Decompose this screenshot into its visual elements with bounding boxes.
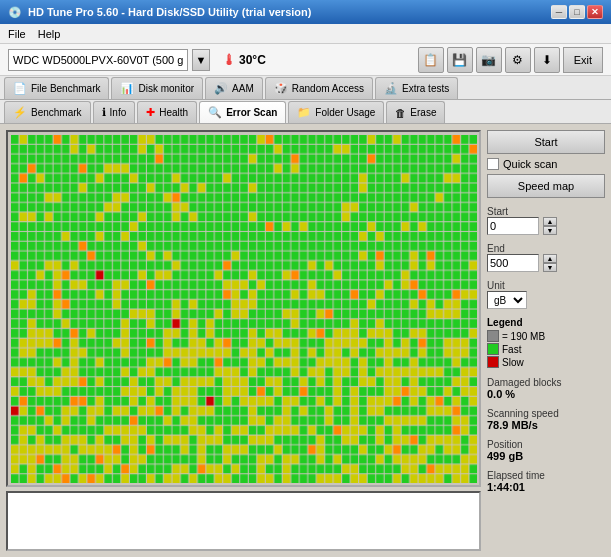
main-content: Start Quick scan Speed map Start 0 ▲ ▼ E…	[0, 124, 611, 557]
temperature-value: 30°C	[239, 53, 266, 67]
legend-block: = 190 MB	[487, 330, 605, 342]
tab-health[interactable]: ✚ Health	[137, 101, 197, 123]
toolbar-button-3[interactable]: 📷	[476, 47, 502, 73]
bottom-tab-bar: ⚡ Benchmark ℹ Info ✚ Health 🔍 Error Scan…	[0, 100, 611, 124]
tab-extra-tests[interactable]: 🔬 Extra tests	[375, 77, 458, 99]
end-spinners: ▲ ▼	[543, 254, 557, 272]
toolbar-button-5[interactable]: ⬇	[534, 47, 560, 73]
end-input[interactable]: 500	[487, 254, 539, 272]
toolbar-button-4[interactable]: ⚙	[505, 47, 531, 73]
right-panel: Start Quick scan Speed map Start 0 ▲ ▼ E…	[487, 130, 605, 551]
unit-label: Unit	[487, 280, 605, 291]
tab-error-scan[interactable]: 🔍 Error Scan	[199, 101, 286, 123]
scan-grid-container	[6, 130, 481, 487]
random-access-icon: 🎲	[274, 82, 288, 95]
start-input[interactable]: 0	[487, 217, 539, 235]
menu-bar: File Help	[0, 24, 611, 44]
toolbar-button-2[interactable]: 💾	[447, 47, 473, 73]
elapsed-time-label: Elapsed time	[487, 470, 605, 481]
legend-slow-label: Slow	[502, 357, 524, 368]
end-up[interactable]: ▲	[543, 254, 557, 263]
tab-benchmark[interactable]: ⚡ Benchmark	[4, 101, 91, 123]
tab-disk-monitor[interactable]: 📊 Disk monitor	[111, 77, 203, 99]
damaged-blocks-value: 0.0 %	[487, 388, 605, 400]
close-button[interactable]: ✕	[587, 5, 603, 19]
legend-fast-label: Fast	[502, 344, 521, 355]
temperature-display: 🌡 30°C	[222, 52, 266, 68]
disk-dropdown-arrow[interactable]: ▼	[192, 49, 210, 71]
position-stat: Position 499 gB	[487, 439, 605, 462]
legend: Legend = 190 MB Fast Slow	[487, 317, 605, 369]
unit-select[interactable]: gB	[487, 291, 527, 309]
damaged-blocks-stat: Damaged blocks 0.0 %	[487, 377, 605, 400]
position-value: 499 gB	[487, 450, 605, 462]
start-spinners: ▲ ▼	[543, 217, 557, 235]
end-down[interactable]: ▼	[543, 263, 557, 272]
error-scan-icon: 🔍	[208, 106, 222, 119]
start-up[interactable]: ▲	[543, 217, 557, 226]
speed-map-button[interactable]: Speed map	[487, 174, 605, 198]
quick-scan-checkbox[interactable]	[487, 158, 499, 170]
tab-random-access[interactable]: 🎲 Random Access	[265, 77, 373, 99]
exit-button[interactable]: Exit	[563, 47, 603, 73]
top-tab-bar: 📄 File Benchmark 📊 Disk monitor 🔊 AAM 🎲 …	[0, 76, 611, 100]
legend-fast-color	[487, 343, 499, 355]
info-icon: ℹ	[102, 106, 106, 119]
menu-file[interactable]: File	[8, 28, 26, 40]
legend-title: Legend	[487, 317, 605, 328]
quick-scan-row: Quick scan	[487, 158, 605, 170]
legend-slow-color	[487, 356, 499, 368]
start-down[interactable]: ▼	[543, 226, 557, 235]
legend-slow: Slow	[487, 356, 605, 368]
thermometer-icon: 🌡	[222, 52, 236, 68]
position-label: Position	[487, 439, 605, 450]
tab-file-benchmark[interactable]: 📄 File Benchmark	[4, 77, 109, 99]
file-benchmark-icon: 📄	[13, 82, 27, 95]
tab-erase[interactable]: 🗑 Erase	[386, 101, 445, 123]
toolbar-button-1[interactable]: 📋	[418, 47, 444, 73]
tab-info[interactable]: ℹ Info	[93, 101, 136, 123]
disk-selector[interactable]: WDC WD5000LPVX-60V0T (500 gB)	[8, 49, 188, 71]
aam-icon: 🔊	[214, 82, 228, 95]
damaged-blocks-label: Damaged blocks	[487, 377, 605, 388]
window-title: HD Tune Pro 5.60 - Hard Disk/SSD Utility…	[28, 6, 311, 18]
end-field: End 500 ▲ ▼	[487, 243, 605, 272]
elapsed-time-value: 1:44:01	[487, 481, 605, 493]
legend-block-label: = 190 MB	[502, 331, 545, 342]
unit-field: Unit gB	[487, 280, 605, 309]
quick-scan-label: Quick scan	[503, 158, 557, 170]
erase-icon: 🗑	[395, 107, 406, 119]
end-label: End	[487, 243, 605, 254]
elapsed-time-stat: Elapsed time 1:44:01	[487, 470, 605, 493]
scanning-speed-label: Scanning speed	[487, 408, 605, 419]
scan-log	[6, 491, 481, 551]
scan-canvas	[10, 134, 477, 483]
health-icon: ✚	[146, 106, 155, 119]
scanning-speed-stat: Scanning speed 78.9 MB/s	[487, 408, 605, 431]
scanning-speed-value: 78.9 MB/s	[487, 419, 605, 431]
title-bar: 💿 HD Tune Pro 5.60 - Hard Disk/SSD Utili…	[0, 0, 611, 24]
app-icon: 💿	[8, 6, 22, 19]
benchmark-icon: ⚡	[13, 106, 27, 119]
tab-folder-usage[interactable]: 📁 Folder Usage	[288, 101, 384, 123]
legend-fast: Fast	[487, 343, 605, 355]
disk-monitor-icon: 📊	[120, 82, 134, 95]
extra-tests-icon: 🔬	[384, 82, 398, 95]
folder-usage-icon: 📁	[297, 106, 311, 119]
legend-block-color	[487, 330, 499, 342]
minimize-button[interactable]: ─	[551, 5, 567, 19]
toolbar: WDC WD5000LPVX-60V0T (500 gB) ▼ 🌡 30°C 📋…	[0, 44, 611, 76]
start-button[interactable]: Start	[487, 130, 605, 154]
start-field: Start 0 ▲ ▼	[487, 206, 605, 235]
start-label: Start	[487, 206, 605, 217]
menu-help[interactable]: Help	[38, 28, 61, 40]
maximize-button[interactable]: □	[569, 5, 585, 19]
scan-area	[6, 130, 481, 551]
tab-aam[interactable]: 🔊 AAM	[205, 77, 263, 99]
